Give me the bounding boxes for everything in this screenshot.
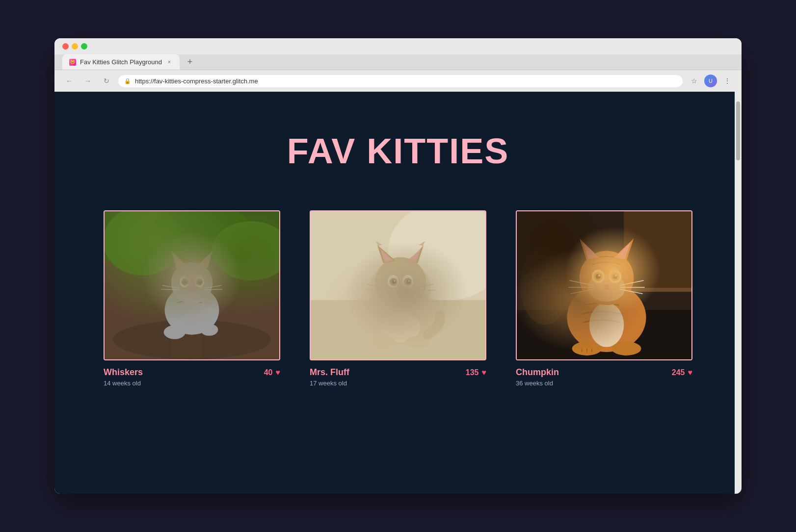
svg-marker-67 bbox=[583, 242, 598, 259]
svg-rect-28 bbox=[311, 211, 485, 359]
svg-point-78 bbox=[591, 269, 605, 284]
kitty-image-whiskers bbox=[104, 210, 280, 360]
kitty-details-chumpkin: Chumpkin 36 weeks old bbox=[516, 367, 559, 387]
svg-point-18 bbox=[198, 280, 202, 283]
back-button[interactable]: ← bbox=[62, 74, 76, 88]
svg-point-88 bbox=[611, 342, 641, 355]
svg-rect-0 bbox=[105, 211, 279, 359]
svg-marker-66 bbox=[613, 238, 634, 260]
kitty-details-mrs-fluff: Mrs. Fluff 17 weeks old bbox=[310, 367, 349, 387]
svg-marker-38 bbox=[408, 249, 421, 262]
star-button[interactable]: ☆ bbox=[688, 75, 700, 87]
refresh-button[interactable]: ↻ bbox=[100, 74, 113, 88]
kitty-likes-count-chumpkin: 245 bbox=[672, 368, 685, 377]
browser-chrome: 🐱 Fav Kitties Glitch Playground × + ← → … bbox=[54, 38, 742, 92]
svg-point-45 bbox=[392, 280, 396, 284]
svg-point-79 bbox=[608, 269, 622, 284]
svg-line-50 bbox=[368, 284, 387, 288]
svg-marker-11 bbox=[174, 254, 185, 267]
kitty-likes-chumpkin[interactable]: 245 ♥ bbox=[672, 367, 692, 377]
tab-bar: 🐱 Fav Kitties Glitch Playground × + bbox=[54, 54, 742, 70]
kitty-photo-mrs-fluff bbox=[311, 211, 485, 359]
svg-rect-58 bbox=[624, 211, 691, 290]
kitty-age-chumpkin: 36 weeks old bbox=[516, 380, 559, 387]
svg-point-69 bbox=[588, 274, 626, 302]
svg-point-49 bbox=[398, 287, 403, 291]
svg-marker-39 bbox=[376, 241, 382, 246]
kitty-likes-whiskers[interactable]: 40 ♥ bbox=[264, 367, 280, 377]
url-text: https://fav-kitties-compress-starter.gli… bbox=[135, 77, 258, 85]
svg-line-84 bbox=[620, 280, 643, 285]
svg-point-74 bbox=[596, 274, 601, 279]
svg-rect-59 bbox=[624, 288, 691, 292]
svg-point-63 bbox=[589, 303, 624, 347]
browser-page: FAV KITTIES bbox=[54, 92, 742, 494]
more-button[interactable]: ⋮ bbox=[721, 75, 734, 87]
url-bar[interactable]: 🔒 https://fav-kitties-compress-starter.g… bbox=[118, 75, 683, 87]
svg-point-13 bbox=[180, 276, 189, 287]
kitty-photo-whiskers bbox=[105, 211, 279, 359]
svg-point-15 bbox=[182, 279, 188, 285]
svg-line-23 bbox=[161, 289, 180, 290]
profile-avatar[interactable]: U bbox=[704, 75, 717, 87]
svg-point-27 bbox=[200, 324, 218, 336]
scrollbar-thumb[interactable] bbox=[736, 101, 740, 160]
svg-point-32 bbox=[366, 283, 435, 337]
kitty-image-mrs-fluff bbox=[310, 210, 486, 360]
svg-point-75 bbox=[612, 274, 617, 279]
heart-icon-whiskers: ♥ bbox=[276, 368, 281, 377]
browser-content-wrapper: FAV KITTIES bbox=[54, 92, 742, 494]
svg-rect-2 bbox=[172, 251, 202, 359]
svg-point-72 bbox=[594, 272, 603, 281]
svg-point-73 bbox=[610, 272, 619, 281]
svg-point-33 bbox=[375, 257, 426, 309]
kitties-grid: Whiskers 14 weeks old 40 ♥ bbox=[104, 210, 692, 387]
active-tab[interactable]: 🐱 Fav Kitties Glitch Playground × bbox=[62, 54, 180, 70]
browser-window: 🐱 Fav Kitties Glitch Playground × + ← → … bbox=[54, 38, 742, 494]
kitty-photo-chumpkin bbox=[517, 211, 691, 359]
svg-point-61 bbox=[520, 246, 570, 325]
svg-point-21 bbox=[190, 287, 194, 290]
minimize-window-button[interactable] bbox=[72, 43, 78, 50]
svg-point-16 bbox=[196, 279, 203, 285]
svg-marker-37 bbox=[380, 249, 393, 262]
address-bar: ← → ↻ 🔒 https://fav-kitties-compress-sta… bbox=[54, 70, 742, 92]
svg-line-83 bbox=[571, 289, 593, 294]
kitty-info-chumpkin: Chumpkin 36 weeks old 245 ♥ bbox=[516, 360, 692, 387]
heart-icon-chumpkin: ♥ bbox=[688, 368, 693, 377]
tab-close-button[interactable]: × bbox=[166, 59, 173, 66]
scrollbar[interactable] bbox=[735, 92, 742, 494]
maximize-window-button[interactable] bbox=[81, 43, 87, 50]
svg-marker-40 bbox=[419, 241, 425, 246]
svg-marker-68 bbox=[615, 242, 631, 259]
svg-point-70 bbox=[592, 270, 605, 283]
svg-point-54 bbox=[381, 312, 421, 342]
svg-point-87 bbox=[572, 342, 602, 355]
kitty-info-whiskers: Whiskers 14 weeks old 40 ♥ bbox=[104, 360, 280, 387]
svg-point-7 bbox=[165, 285, 219, 335]
page-title: FAV KITTIES bbox=[287, 131, 509, 171]
svg-point-26 bbox=[164, 326, 186, 339]
svg-point-4 bbox=[152, 211, 251, 261]
traffic-lights bbox=[62, 43, 87, 50]
svg-point-44 bbox=[404, 278, 412, 286]
kitty-age-whiskers: 14 weeks old bbox=[104, 380, 143, 387]
svg-point-56 bbox=[405, 336, 430, 348]
svg-point-48 bbox=[408, 280, 410, 281]
close-window-button[interactable] bbox=[62, 43, 69, 50]
svg-line-81 bbox=[570, 280, 593, 285]
svg-point-34 bbox=[370, 262, 431, 314]
svg-line-24 bbox=[204, 285, 221, 288]
svg-line-86 bbox=[620, 289, 642, 294]
svg-point-55 bbox=[371, 336, 396, 348]
lock-icon: 🔒 bbox=[124, 78, 131, 84]
svg-point-42 bbox=[402, 275, 413, 288]
svg-point-71 bbox=[609, 270, 621, 283]
kitty-likes-mrs-fluff[interactable]: 135 ♥ bbox=[466, 367, 486, 377]
svg-point-19 bbox=[186, 280, 186, 281]
svg-point-3 bbox=[105, 211, 182, 276]
svg-point-46 bbox=[406, 280, 410, 284]
forward-button[interactable]: → bbox=[81, 74, 95, 88]
new-tab-button[interactable]: + bbox=[184, 56, 196, 69]
svg-point-77 bbox=[615, 275, 617, 277]
